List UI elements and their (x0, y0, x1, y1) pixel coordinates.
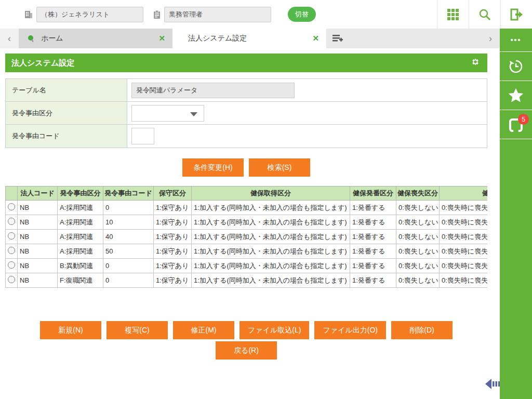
role-field[interactable] (164, 7, 271, 22)
cell: 1:保守あり (154, 201, 192, 215)
edit-button[interactable]: 修正(M) (173, 321, 234, 339)
col-select (6, 187, 18, 201)
row-select-radio[interactable] (8, 232, 15, 240)
row-select-radio[interactable] (8, 218, 15, 225)
cell: 50 (103, 244, 154, 259)
cell: 1:加入する(同時加入・未加入の場合も指定します) (192, 230, 350, 244)
file-import-button[interactable]: ファイル取込(L) (240, 321, 309, 339)
back-button-row: 戻る(R) (5, 341, 487, 360)
row-select-radio[interactable] (8, 247, 15, 254)
cell: 1:発番する (350, 273, 396, 288)
cell: NB (18, 244, 58, 259)
form-row-table-name: テーブル名 (6, 79, 487, 102)
cell: 1:発番する (350, 259, 396, 273)
cell: 0:喪失しない (396, 215, 440, 230)
add-tab-icon[interactable] (326, 29, 349, 48)
history-icon[interactable] (500, 52, 532, 81)
cell: 1:加入する(同時加入・未加入の場合も指定します) (192, 201, 350, 215)
change-condition-button[interactable]: 条件変更(H) (182, 158, 244, 177)
row-select-radio[interactable] (8, 276, 15, 283)
row-select-radio[interactable] (8, 203, 15, 210)
page-title-bar: 法人システム設定 (5, 54, 487, 72)
cell: 1:発番する (350, 201, 396, 215)
table-header-row: 法人コード 発令事由区分 発令事由コード 保守区分 健保取得区分 健保発番区分 … (6, 187, 488, 201)
results-grid-container: 法人コード 発令事由区分 発令事由コード 保守区分 健保取得区分 健保発番区分 … (5, 186, 487, 288)
search-button-row: 条件変更(H) 検索(S) (5, 158, 487, 177)
top-bar-actions (437, 0, 532, 29)
scroll-back-arrow-icon[interactable] (484, 378, 502, 392)
cell: 0:喪失しない (396, 230, 440, 244)
tab-home[interactable]: ホーム ✕ (19, 29, 172, 48)
cell: A:採用関連 (58, 201, 103, 215)
results-table: 法人コード 発令事由区分 発令事由コード 保守区分 健保取得区分 健保発番区分 … (5, 186, 487, 288)
close-tab-icon[interactable]: ✕ (156, 33, 167, 44)
table-row: NB A:採用関連 10 1:保守あり 1:加入する(同時加入・未加入の場合も指… (6, 215, 488, 230)
file-export-button[interactable]: ファイル出力(O) (314, 321, 386, 339)
cell: A:採用関連 (58, 230, 103, 244)
col-clipped: 健 (440, 187, 488, 201)
issue-reason-category-select[interactable] (131, 105, 204, 122)
sidebar-spacer (500, 139, 532, 399)
cell: NB (18, 259, 58, 273)
more-ellipsis-icon[interactable]: ••• (500, 29, 532, 52)
back-button[interactable]: 戻る(R) (216, 341, 277, 360)
switch-button[interactable]: 切替 (288, 7, 316, 22)
copy-button[interactable]: 複写(C) (107, 321, 168, 339)
col-health-ins-loss: 健保喪失区分 (396, 187, 440, 201)
cell: 0:喪失時に喪失 (440, 273, 488, 288)
tab-corporate-system-settings[interactable]: 法人システム設定 ✕ (172, 29, 326, 48)
issue-reason-code-label: 発令事由コード (6, 125, 127, 148)
cell: 0 (103, 259, 154, 273)
notifications-icon[interactable]: 5 (500, 110, 532, 139)
cell: 0 (103, 201, 154, 215)
new-button[interactable]: 新規(N) (40, 321, 101, 339)
search-icon[interactable] (469, 0, 500, 29)
form-row-issue-reason-code: 発令事由コード (6, 125, 487, 148)
cell: A:採用関連 (58, 215, 103, 230)
cell: 1:保守あり (154, 259, 192, 273)
col-corp-code: 法人コード (18, 187, 58, 201)
cell: 1:保守あり (154, 244, 192, 259)
cell: 1:保守あり (154, 230, 192, 244)
apps-grid-icon[interactable] (437, 0, 469, 29)
tabs-scroll-right-chevron[interactable]: › (481, 29, 500, 48)
delete-button[interactable]: 削除(D) (391, 321, 453, 339)
logout-icon[interactable] (500, 0, 532, 29)
application-window: 切替 ‹ ホーム ✕ 法人システム設定 ✕ › (0, 0, 532, 399)
cell: A:採用関連 (58, 244, 103, 259)
cell: 0:喪失時に喪失 (440, 259, 488, 273)
form-row-issue-reason-category: 発令事由区分 (6, 102, 487, 125)
table-name-field (131, 83, 295, 98)
cell: 1:発番する (350, 215, 396, 230)
company-field[interactable] (36, 7, 143, 22)
gear-icon[interactable] (470, 56, 481, 70)
cell: 0:喪失しない (396, 259, 440, 273)
notification-badge: 5 (518, 114, 529, 125)
tab-settings-label: 法人システム設定 (188, 34, 310, 43)
cell: NB (18, 273, 58, 288)
table-row: NB A:採用関連 0 1:保守あり 1:加入する(同時加入・未加入の場合も指定… (6, 201, 488, 215)
top-bar: 切替 (0, 0, 532, 29)
search-button[interactable]: 検索(S) (249, 158, 310, 177)
favorites-star-icon[interactable] (500, 81, 532, 110)
cell: 1:加入する(同時加入・未加入の場合も指定します) (192, 259, 350, 273)
table-row: NB B:異動関連 0 1:保守あり 1:加入する(同時加入・未加入の場合も指定… (6, 259, 488, 273)
cell: 10 (103, 215, 154, 230)
cell: NB (18, 230, 58, 244)
row-select-radio[interactable] (8, 261, 15, 269)
issue-reason-category-label: 発令事由区分 (6, 102, 127, 124)
cell: 1:発番する (350, 230, 396, 244)
cell: 1:加入する(同時加入・未加入の場合も指定します) (192, 244, 350, 259)
cell: 1:発番する (350, 244, 396, 259)
right-sidebar: ••• 5 (500, 29, 532, 399)
close-tab-icon[interactable]: ✕ (310, 33, 321, 44)
cell: NB (18, 201, 58, 215)
issue-reason-code-field[interactable] (131, 128, 154, 144)
cell: 0:喪失しない (396, 273, 440, 288)
col-health-ins-numbering: 健保発番区分 (350, 187, 396, 201)
cell: B:異動関連 (58, 259, 103, 273)
table-name-label: テーブル名 (6, 79, 127, 101)
tabs-scroll-left-chevron[interactable]: ‹ (0, 29, 19, 48)
building-icon (24, 10, 33, 19)
tab-strip: ‹ ホーム ✕ 法人システム設定 ✕ › (0, 29, 500, 48)
